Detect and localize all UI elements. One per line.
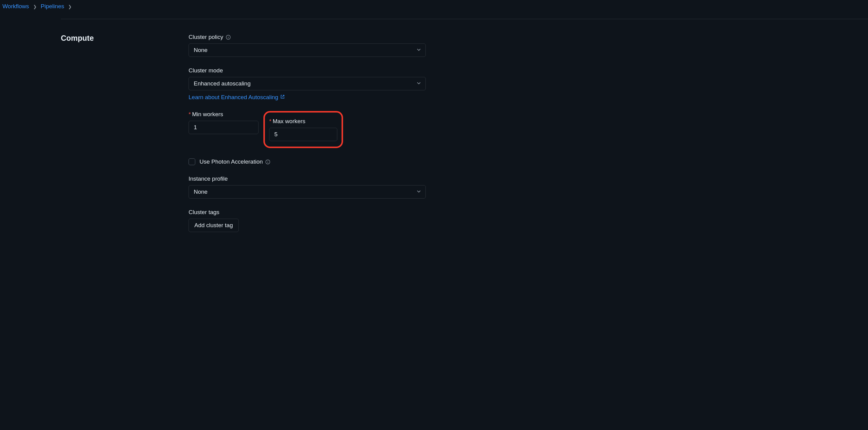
photon-label-text: Use Photon Acceleration [199, 158, 263, 165]
required-asterisk: * [189, 111, 191, 117]
instance-profile-label: Instance profile [189, 176, 426, 182]
add-cluster-tag-button[interactable]: Add cluster tag [189, 219, 239, 232]
min-workers-field: *Min workers [189, 111, 258, 148]
chevron-right-icon: ❯ [66, 4, 74, 9]
instance-profile-value: None [194, 188, 208, 195]
workers-row: *Min workers *Max workers [189, 111, 426, 148]
photon-label: Use Photon Acceleration [199, 158, 270, 165]
chevron-down-icon [416, 80, 421, 87]
photon-field: Use Photon Acceleration [189, 158, 426, 165]
section-title: Compute [61, 34, 189, 42]
external-link-icon [280, 94, 285, 101]
content: Compute Cluster policy None Cluster mode… [0, 19, 868, 242]
info-icon[interactable] [226, 35, 231, 40]
max-workers-label: *Max workers [269, 118, 337, 125]
cluster-tags-field: Cluster tags Add cluster tag [189, 209, 426, 232]
chevron-down-icon [416, 47, 421, 54]
cluster-policy-label-text: Cluster policy [189, 34, 223, 40]
cluster-mode-label: Cluster mode [189, 67, 426, 74]
required-asterisk: * [269, 118, 271, 124]
chevron-down-icon [416, 188, 421, 195]
max-workers-field: *Max workers [269, 118, 337, 141]
cluster-mode-field: Cluster mode Enhanced autoscaling Learn … [189, 67, 426, 101]
cluster-policy-value: None [194, 47, 208, 54]
cluster-mode-value: Enhanced autoscaling [194, 80, 251, 87]
min-workers-label: *Min workers [189, 111, 258, 118]
max-workers-label-text: Max workers [273, 118, 305, 124]
min-workers-label-text: Min workers [192, 111, 223, 117]
chevron-right-icon: ❯ [31, 4, 39, 9]
max-workers-input[interactable] [269, 128, 337, 141]
svg-point-5 [268, 160, 268, 161]
min-workers-input[interactable] [189, 121, 258, 134]
cluster-policy-label: Cluster policy [189, 34, 231, 40]
enhanced-autoscaling-link-text: Learn about Enhanced Autoscaling [189, 94, 278, 101]
breadcrumb-workflows[interactable]: Workflows [2, 3, 29, 9]
enhanced-autoscaling-link[interactable]: Learn about Enhanced Autoscaling [189, 94, 285, 101]
svg-point-2 [228, 36, 228, 36]
cluster-policy-field: Cluster policy None [189, 34, 426, 57]
photon-checkbox[interactable] [189, 158, 195, 165]
instance-profile-select[interactable]: None [189, 185, 426, 198]
instance-profile-field: Instance profile None [189, 176, 426, 198]
cluster-tags-label: Cluster tags [189, 209, 426, 216]
max-workers-highlight: *Max workers [264, 111, 343, 148]
breadcrumb-pipelines[interactable]: Pipelines [41, 3, 64, 9]
info-icon[interactable] [265, 159, 270, 164]
cluster-policy-select[interactable]: None [189, 43, 426, 57]
form-col: Cluster policy None Cluster mode Enhance… [189, 34, 426, 242]
section-heading-col: Compute [61, 34, 189, 242]
cluster-mode-select[interactable]: Enhanced autoscaling [189, 77, 426, 90]
breadcrumb: Workflows ❯ Pipelines ❯ [0, 0, 868, 13]
